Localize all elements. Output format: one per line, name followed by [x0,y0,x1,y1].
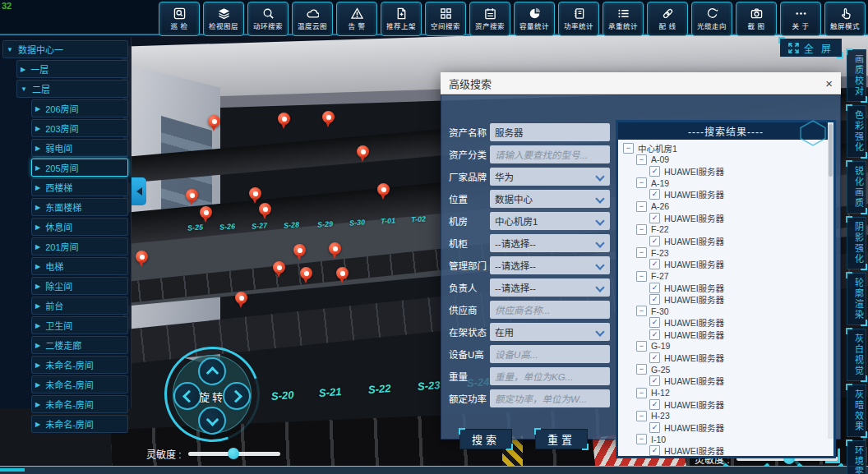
tree-node-icon[interactable] [636,247,647,258]
results-tree-item[interactable]: A-26 [618,200,833,212]
results-tree-item[interactable]: HUAWEI服务器 [618,259,833,270]
tree-node-icon[interactable] [649,399,660,410]
results-tree-item[interactable]: 中心机房1 [618,142,833,154]
toolbar-button[interactable]: 巡 检 [159,2,200,36]
sidebar-room-item[interactable]: ▶ 一层 [16,60,128,78]
tree-node-icon[interactable] [636,306,647,316]
location-pin-icon[interactable] [208,115,220,127]
sidebar-room-item[interactable]: ▶ 未命名-房间 [31,395,128,413]
sidebar-room-item[interactable]: ▶ 弱电间 [31,139,128,157]
form-field[interactable]: 数据中心 [490,190,610,208]
tree-node-icon[interactable] [636,341,647,352]
form-field[interactable]: 中心机房1 [490,212,610,230]
results-tree-item[interactable]: HUAWEI服务器 [618,293,833,305]
tree-node-icon[interactable] [649,283,660,293]
toolbar-button[interactable]: 触屏模式 [824,2,866,36]
toolbar-button[interactable]: 容量统计 [514,2,555,36]
tree-node-icon[interactable] [649,422,660,433]
sidebar-room-item[interactable]: ▶ 除尘间 [31,277,128,295]
results-tree-item[interactable]: A-09 [618,154,833,165]
location-pin-icon[interactable] [200,206,212,219]
toolbar-button[interactable]: 温度云图 [292,2,333,36]
effect-button[interactable]: 灰白视觉 [847,329,866,381]
tree-node-icon[interactable] [636,364,647,375]
results-tree-item[interactable]: HUAWEI服务器 [618,352,833,363]
tree-node-icon[interactable] [636,411,647,421]
form-field[interactable]: --请选择-- [490,278,610,297]
tree-node-icon[interactable] [649,352,660,363]
sensitivity-slider-thumb[interactable] [228,448,239,459]
form-field[interactable]: 供应商名称... [490,301,610,319]
toolbar-button[interactable]: 检视图层 [203,2,244,36]
results-tree-item[interactable]: H-23 [618,410,833,421]
tree-node-icon[interactable] [636,271,647,282]
location-pin-icon[interactable] [336,267,349,279]
sidebar-room-item[interactable]: ▶ 休息间 [31,218,128,236]
sidebar-collapse-tab[interactable] [132,177,146,205]
tree-node-icon[interactable] [623,143,634,154]
results-tree-item[interactable]: A-19 [618,177,833,189]
tree-node-icon[interactable] [636,177,647,188]
location-pin-icon[interactable] [136,251,148,263]
results-tree-item[interactable]: HUAWEI服务器 [618,422,833,434]
location-pin-icon[interactable] [278,113,290,125]
toolbar-button[interactable]: 功率统计 [558,2,599,36]
results-tree-item[interactable]: HUAWEI服务器 [618,317,833,329]
location-pin-icon[interactable] [300,267,312,279]
location-pin-icon[interactable] [329,242,341,255]
sidebar-room-item[interactable]: ▶ 205房间 [31,159,128,177]
results-tree-item[interactable]: HUAWEI服务器 [618,398,833,410]
location-pin-icon[interactable] [259,203,271,215]
sidebar-room-item[interactable]: ▼ 二层 [16,80,128,98]
sidebar-room-item[interactable]: ▼ 数据中心一 [2,40,128,58]
tree-node-icon[interactable] [649,236,660,246]
location-pin-icon[interactable] [186,189,198,201]
results-tree-item[interactable]: G-25 [618,364,833,375]
results-tree-item[interactable]: G-19 [618,340,833,352]
results-tree-item[interactable]: HUAWEI服务器 [618,282,833,293]
results-tree-item[interactable]: HUAWEI服务器 [618,445,833,457]
form-field[interactable]: --请选择-- [490,256,610,274]
results-tree-item[interactable]: HUAWEI服务器 [618,212,833,223]
form-field[interactable]: 华为 [490,168,610,186]
tree-node-icon[interactable] [636,224,647,235]
toolbar-button[interactable]: 动环搜索 [247,2,289,36]
location-pin-icon[interactable] [249,187,261,200]
effect-button[interactable]: 环境雾化 [847,440,866,474]
results-tree-item[interactable]: F-22 [618,223,833,235]
toolbar-button[interactable]: 关 于 [780,2,821,36]
sidebar-room-item[interactable]: ▶ 二楼走廊 [31,336,128,354]
form-field[interactable]: 在用 [490,323,610,341]
results-tree-item[interactable]: F-23 [618,247,833,259]
toolbar-button[interactable]: 承重统计 [603,2,644,36]
toolbar-button[interactable]: 资产搜索 [469,2,510,36]
sidebar-room-item[interactable]: ▶ 西楼梯 [31,178,128,196]
results-tree-item[interactable]: HUAWEI服务器 [618,236,833,247]
toolbar-button[interactable]: 空间搜索 [425,2,466,36]
tree-node-icon[interactable] [649,259,660,269]
form-field[interactable]: 设备U高... [490,345,610,363]
effect-button[interactable]: 阴影强化 [847,217,866,269]
form-field[interactable]: 额定功率，单位为W... [490,389,610,407]
tree-node-icon[interactable] [649,166,660,177]
tree-node-icon[interactable] [649,329,660,340]
rotate-down-button[interactable] [198,407,226,435]
sidebar-room-item[interactable]: ▶ 前台 [31,297,128,315]
sidebar-room-item[interactable]: ▶ 206房间 [31,99,128,117]
effect-button[interactable]: 轮廓渲染 [847,273,866,325]
tree-node-icon[interactable] [636,154,647,165]
toolbar-button[interactable]: 推荐上架 [381,2,422,36]
toolbar-button[interactable]: 光缆走向 [691,2,732,36]
toolbar-button[interactable]: 截 图 [736,2,777,36]
location-pin-icon[interactable] [235,292,247,304]
form-field[interactable]: 服务器 [490,123,610,141]
sidebar-room-item[interactable]: ▶ 201房间 [31,237,128,255]
rotate-up-button[interactable] [198,357,226,385]
toolbar-button[interactable]: 配 线 [647,2,688,36]
results-tree-item[interactable]: F-30 [618,306,833,317]
sidebar-room-item[interactable]: ▶ 卫生间 [31,316,128,334]
close-icon[interactable]: × [817,76,841,90]
effect-button[interactable]: 色彩强化 [847,105,866,158]
sidebar-room-item[interactable]: ▶ 东面楼梯 [31,198,128,216]
location-pin-icon[interactable] [273,261,285,274]
